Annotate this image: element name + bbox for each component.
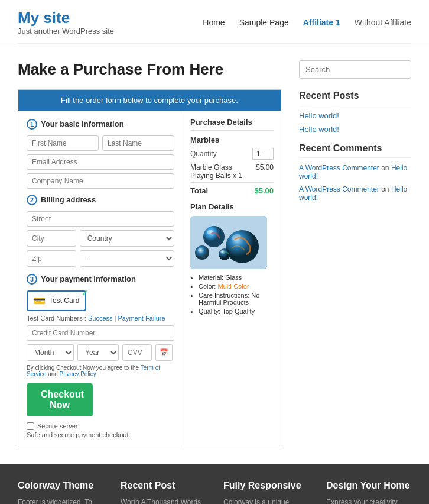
- commenter-link-1[interactable]: A WordPress Commenter: [299, 185, 379, 193]
- footer-col-text-3: Express your creativity, find inspiratio…: [326, 497, 411, 504]
- footer-col-3: Design Your Home Express your creativity…: [326, 480, 411, 504]
- footer-col-text-2: Colorway is a unique responsive WordPres…: [223, 497, 308, 504]
- purchase-section: Purchase Details Marbles Quantity Marble…: [183, 111, 281, 447]
- product-name: Marbles: [190, 135, 274, 144]
- footer-col-0: Colorway Theme Footer is widgetized. To …: [18, 480, 103, 504]
- plan-title: Plan Details: [190, 202, 274, 211]
- street-row: [27, 211, 174, 227]
- country-select[interactable]: Country: [80, 230, 174, 247]
- payment-row: Month Year 📅: [27, 344, 174, 361]
- cc-input[interactable]: [27, 325, 174, 341]
- plan-detail-2: Care Instructions: No Harmful Products: [199, 292, 274, 306]
- footer-col-title-2: Fully Responsive: [223, 480, 308, 491]
- name-row: [27, 135, 174, 151]
- zip-input[interactable]: [27, 250, 76, 267]
- content-area: Make a Purchase From Here Fill the order…: [18, 60, 281, 447]
- city-input[interactable]: [27, 230, 76, 247]
- city-country-row: Country: [27, 230, 174, 247]
- nav-sample-page[interactable]: Sample Page: [239, 18, 289, 27]
- company-input[interactable]: [27, 173, 174, 189]
- page-title: Make a Purchase From Here: [18, 60, 281, 79]
- section1-label: 1 Your basic information: [27, 119, 174, 130]
- secure-label: Secure server: [37, 422, 77, 429]
- total-amount: $5.00: [254, 186, 274, 195]
- recent-posts-title: Recent Posts: [299, 91, 411, 105]
- total-row: Total $5.00: [190, 182, 274, 195]
- commenter-link-0[interactable]: A WordPress Commenter: [299, 164, 379, 172]
- card-icon: 💳: [34, 295, 46, 306]
- section2-label: 2 Billing address: [27, 195, 174, 205]
- plan-details: Material: Glass Color: Multi-Color Care …: [190, 274, 274, 315]
- email-input[interactable]: [27, 154, 174, 170]
- footer-col-text-1: Worth A Thousand Words Category Hierarch…: [121, 497, 206, 504]
- check-icon: ✓: [82, 288, 89, 298]
- calendar-button[interactable]: 📅: [155, 344, 173, 361]
- plan-detail-3: Quality: Top Quality: [199, 308, 274, 315]
- footer-col-1: Recent Post Worth A Thousand Words Categ…: [121, 480, 206, 504]
- section3-num: 3: [27, 274, 37, 285]
- plan-detail-0: Material: Glass: [199, 274, 274, 281]
- product-line: Marble Glass Playing Balls x 1 $5.00: [190, 163, 274, 180]
- footer-post-link-1[interactable]: Worth A Thousand Words: [121, 497, 206, 504]
- section2-num: 2: [27, 195, 37, 205]
- email-row: [27, 154, 174, 170]
- footer-col-text-0: Footer is widgetized. To setup the foote…: [18, 497, 103, 504]
- month-select[interactable]: Month: [27, 344, 74, 361]
- main-content: Make a Purchase From Here Fill the order…: [0, 44, 429, 464]
- nav-affiliate1[interactable]: Affiliate 1: [303, 18, 340, 27]
- search-input[interactable]: [300, 61, 411, 78]
- zip-row: -: [27, 250, 174, 267]
- total-label: Total: [190, 186, 208, 195]
- site-tagline: Just another WordPress site: [18, 27, 114, 35]
- svg-point-1: [226, 230, 259, 263]
- quantity-label: Quantity: [190, 150, 217, 158]
- zip-select[interactable]: -: [80, 250, 174, 267]
- checkout-header: Fill the order form below to complete yo…: [18, 90, 281, 111]
- failure-link[interactable]: Payment Failure: [118, 315, 165, 322]
- footer-col-title-1: Recent Post: [121, 480, 206, 491]
- footer-main: Colorway Theme Footer is widgetized. To …: [0, 464, 429, 504]
- marble-image: [190, 216, 267, 269]
- success-link[interactable]: Success: [88, 315, 113, 322]
- footer-col-title-3: Design Your Home: [326, 480, 411, 491]
- first-name-input[interactable]: [27, 135, 99, 151]
- comment-item-0: A WordPress Commenter on Hello world!: [299, 164, 411, 180]
- test-card-box: 💳 Test Card ✓: [27, 290, 86, 311]
- quantity-input[interactable]: [252, 148, 274, 160]
- post-link-0[interactable]: Hello world!: [299, 111, 411, 120]
- secure-checkbox[interactable]: [27, 422, 34, 430]
- test-card-label: Test Card: [49, 296, 79, 305]
- main-nav: Home Sample Page Affiliate 1 Without Aff…: [203, 18, 411, 27]
- year-select[interactable]: Year: [77, 344, 119, 361]
- site-branding: My site Just another WordPress site: [18, 9, 114, 35]
- comment-item-1: A WordPress Commenter on Hello world!: [299, 185, 411, 202]
- privacy-link[interactable]: Privacy Policy: [60, 371, 96, 377]
- search-button[interactable]: 🔍: [411, 61, 411, 78]
- secure-subtext: Safe and secure payment checkout.: [27, 431, 174, 438]
- recent-comments-title: Recent Comments: [299, 143, 411, 158]
- search-box: 🔍: [299, 60, 411, 79]
- sidebar: 🔍 Recent Posts Hello world! Hello world!…: [299, 60, 411, 447]
- section1-num: 1: [27, 119, 37, 130]
- last-name-input[interactable]: [102, 135, 174, 151]
- svg-point-3: [203, 226, 225, 247]
- site-title: My site: [18, 9, 114, 27]
- nav-without-affiliate[interactable]: Without Affiliate: [355, 18, 411, 27]
- terms-text: By clicking Checkout Now you agree to th…: [27, 364, 174, 377]
- plan-detail-1: Color: Multi-Color: [199, 283, 274, 290]
- street-input[interactable]: [27, 211, 174, 227]
- footer-col-2: Fully Responsive Colorway is a unique re…: [223, 480, 308, 504]
- footer-col-title-0: Colorway Theme: [18, 480, 103, 491]
- form-section: 1 Your basic information: [18, 111, 183, 447]
- svg-point-5: [195, 245, 209, 260]
- cvv-input[interactable]: [122, 344, 152, 361]
- checkout-button[interactable]: Checkout Now: [27, 383, 93, 416]
- secure-row: Secure server: [27, 422, 174, 430]
- quantity-row: Quantity: [190, 148, 274, 160]
- test-card-numbers: Test Card Numbers : Success | Payment Fa…: [27, 315, 174, 322]
- nav-home[interactable]: Home: [203, 18, 225, 27]
- cc-row: [27, 325, 174, 341]
- purchase-title: Purchase Details: [190, 118, 274, 131]
- post-link-1[interactable]: Hello world!: [299, 125, 411, 134]
- section3-label: 3 Your payment information: [27, 274, 174, 285]
